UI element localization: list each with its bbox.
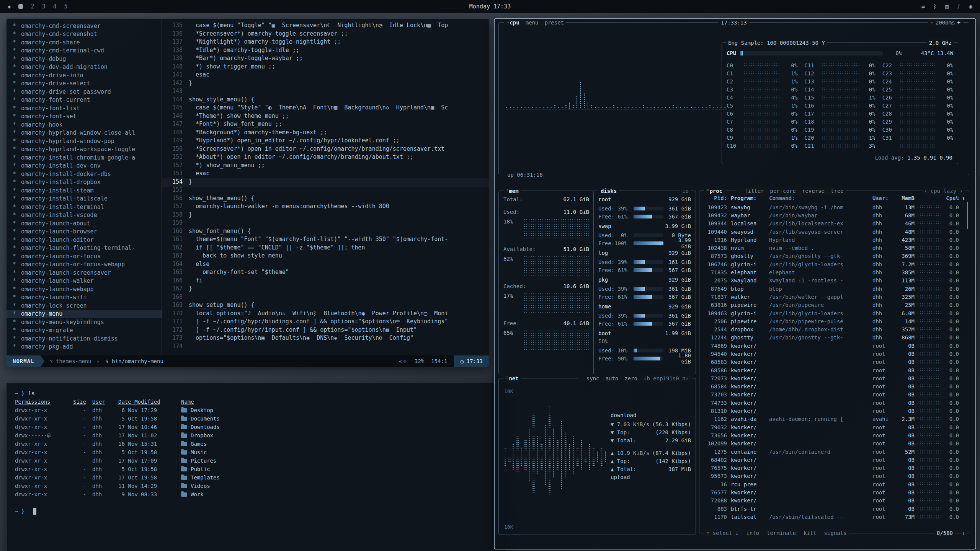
code-line[interactable]: 138 *Idle*) omarchy-toggle-idle ;; (162, 47, 489, 55)
process-row[interactable]: 16 rcu_pree root 0B 0.0 (703, 480, 965, 488)
sidebar-item[interactable]: * omarchy-launch-walker (7, 277, 162, 285)
process-row[interactable]: 106746 glycin-i /usr/lib/glycin-loaders … (703, 260, 965, 268)
sidebar-item[interactable]: * omarchy-install-vscode (7, 211, 162, 220)
process-row[interactable]: 2506 pipewire /usr/bin/pipewire-pulse dh… (703, 317, 965, 325)
process-row[interactable]: 68583 kworker/ root 0B 0.0 (703, 358, 965, 366)
code-line[interactable]: 159 (162, 219, 489, 228)
process-row[interactable]: 109432 waybar /usr/bin/waybar dhh 68M 0.… (703, 211, 965, 219)
sidebar-item[interactable]: * omarchy-launch-screensaver (7, 269, 162, 277)
select-button[interactable]: ↑ select ↓ (706, 529, 738, 537)
sidebar-item[interactable]: * omarchy-install-tailscale (7, 195, 162, 203)
sidebar-item[interactable]: * omarchy-install-terminal (7, 203, 162, 211)
code-line[interactable]: 173 options="$options\n▣ Defaults\n◆ DNS… (162, 334, 489, 343)
code-line[interactable]: 158 } (162, 211, 489, 220)
sidebar-item[interactable]: * omarchy-dev-add-migration (7, 63, 162, 72)
process-row[interactable]: 73656 kworker/ root 0B 0.0 (703, 431, 965, 439)
process-row[interactable]: 102099 kworker/ root 0B 0.0 (703, 440, 965, 448)
launcher-icon[interactable]: ◆ (8, 3, 11, 10)
preset-button[interactable]: preset (544, 19, 564, 26)
code-line[interactable]: 155 (162, 186, 489, 195)
process-row[interactable]: 883 btrfs-tr root 0B 0.0 (703, 505, 965, 513)
sidebar-item[interactable]: * omarchy-migrate (7, 326, 162, 335)
sidebar-item[interactable]: * omarchy-menu-keybindings (7, 318, 162, 326)
process-row[interactable]: 12244 ghostty /usr/bin/ghostty --gtk- dh… (703, 334, 965, 342)
code-line[interactable]: 169 show_setup_menu() { (162, 302, 489, 310)
sidebar-item[interactable]: * omarchy-font-list (7, 104, 162, 112)
sidebar-item[interactable]: * omarchy-launch-wifi (7, 293, 162, 302)
disks-tab[interactable]: disks (598, 187, 619, 195)
sidebar-item[interactable]: * omarchy-drive-select (7, 80, 162, 88)
sidebar-item[interactable]: * omarchy-cmd-share (7, 38, 162, 47)
workspace-number[interactable]: 2 (31, 3, 34, 10)
scroll-down-icon[interactable]: ↓ (962, 529, 965, 537)
process-row[interactable]: 102438 nvim nvim --embed . dhh 58M 0.0 (703, 244, 965, 252)
process-row[interactable]: 1170 tailscal /usr/sbin/tailscaled -- ro… (703, 513, 965, 521)
sidebar-item[interactable]: * omarchy-cmd-screensaver (7, 22, 162, 30)
sidebar-item[interactable]: * omarchy-hook (7, 121, 162, 129)
process-row[interactable]: 74869 kworker/ root 0B 0.0 (703, 342, 965, 350)
code-line[interactable]: 147 *Font*) show_font_menu ;; (162, 121, 489, 129)
process-row[interactable]: 109344 localsea /usr/lib/localsearch-ex … (703, 220, 965, 228)
network-icon[interactable]: ⇄ (921, 3, 925, 10)
process-row[interactable]: 76575 kworker/ root 0B 0.0 (703, 464, 965, 472)
process-row[interactable]: 68584 kworker/ root 0B 0.0 (703, 383, 965, 391)
sidebar-item[interactable]: * omarchy-hyprland-window-close-all (7, 129, 162, 137)
power-icon[interactable]: ◉ (969, 3, 972, 10)
io-tab[interactable]: io (680, 187, 691, 195)
auto-tab[interactable]: auto (606, 375, 619, 382)
sidebar-item[interactable]: * omarchy-cmd-screenshot (7, 30, 162, 39)
code-line[interactable]: 162 if [[ "$theme" == "CNCLD" || -z "$th… (162, 244, 489, 253)
code-line[interactable]: 167 } (162, 285, 489, 293)
interval-increase[interactable]: + (957, 19, 960, 26)
process-row[interactable]: 68402 kworker/ root 0B 0.0 (703, 456, 965, 464)
sidebar-item[interactable]: * omarchy-notification-dismiss (7, 334, 162, 343)
process-row[interactable]: 1275 containe /usr/bin/containerd root 5… (703, 448, 965, 456)
volume-icon[interactable]: ♪ (957, 3, 960, 10)
code-line[interactable]: 136 *Screensaver*) omarchy-toggle-screen… (162, 30, 489, 39)
code-line[interactable]: 141 esac (162, 71, 489, 80)
sidebar-item[interactable]: * omarchy-install-dev-env (7, 162, 162, 170)
code-line[interactable]: 142 } (162, 80, 489, 88)
process-row[interactable]: 79032 kworker/ root 0B 0.0 (703, 423, 965, 431)
code-line[interactable]: 139 *Bar*) omarchy-toggle-waybar ;; (162, 55, 489, 63)
code-line[interactable]: 145 case $(menu "Style" "◐ Theme\nA Font… (162, 104, 489, 112)
code-line[interactable]: 152 *) show_main_menu ;; (162, 162, 489, 170)
interface-selector[interactable]: ‹b enp191s0 n› (644, 375, 689, 382)
code-line[interactable]: 174 (162, 343, 489, 351)
tree-button[interactable]: tree (831, 187, 844, 195)
bluetooth-icon[interactable]: ᛒ (933, 3, 937, 10)
workspace-number[interactable]: 3 (42, 3, 45, 10)
filter-button[interactable]: filter (745, 187, 764, 195)
per-core-button[interactable]: per-core (770, 187, 796, 195)
process-row[interactable]: 2075 Xwayland Xwayland :1 -rootless - dh… (703, 277, 965, 285)
code-line[interactable]: 150 *Screensaver*) open_in_editor ~/.con… (162, 145, 489, 154)
code-line[interactable]: 172 [ -f ~/.config/hypr/input.conf ] && … (162, 326, 489, 335)
process-row[interactable]: 94540 kworker/ root 0B 0.0 (703, 350, 965, 358)
sidebar-item[interactable]: * omarchy-install-steam (7, 186, 162, 195)
code-line[interactable]: 168 (162, 293, 489, 302)
process-row[interactable]: 74733 kworker/ root 0B 0.0 (703, 399, 965, 407)
process-row[interactable]: 72088 kworker/ root 0B 0.0 (703, 497, 965, 505)
code-line[interactable]: 157 omarchy-launch-walker -m menus:omarc… (162, 203, 489, 211)
display-icon[interactable]: ▤ (945, 3, 949, 10)
signals-button[interactable]: signals (824, 529, 847, 537)
process-row[interactable]: 73703 kworker/ root 0B 0.0 (703, 391, 965, 399)
code-line[interactable]: 146 *Theme*) show_theme_menu ;; (162, 112, 489, 121)
terminate-button[interactable]: terminate (767, 529, 796, 537)
process-row[interactable]: 95673 kworker/ root 0B 0.0 (703, 472, 965, 480)
zero-tab[interactable]: zero (624, 375, 637, 382)
sidebar-item[interactable]: * omarchy-pkg-add (7, 343, 162, 351)
sidebar-item[interactable]: * omarchy-font-current (7, 96, 162, 104)
workspace-1-active-indicator[interactable] (18, 4, 23, 9)
workspace-number[interactable]: 4 (53, 3, 57, 10)
kill-button[interactable]: kill (804, 529, 817, 537)
sidebar-item[interactable]: * omarchy-debug (7, 55, 162, 63)
process-row[interactable]: 87573 ghostty /usr/bin/ghostty --gtk- dh… (703, 252, 965, 260)
sidebar-item[interactable]: * omarchy-install-chromium-google-a (7, 153, 162, 162)
process-row[interactable]: 1916 Hyprland Hyprland dhh 423M 0.0 (703, 236, 965, 244)
process-row[interactable]: 2544 dropbox /home/dhh/.dropbox-dist dhh… (703, 325, 965, 333)
process-row[interactable]: 71835 elephant elephant dhh 385M 0.0 (703, 268, 965, 276)
info-button[interactable]: info (746, 529, 759, 537)
code-line[interactable]: 144 show_style_menu() { (162, 96, 489, 104)
code-line[interactable]: 154 } (162, 178, 489, 187)
